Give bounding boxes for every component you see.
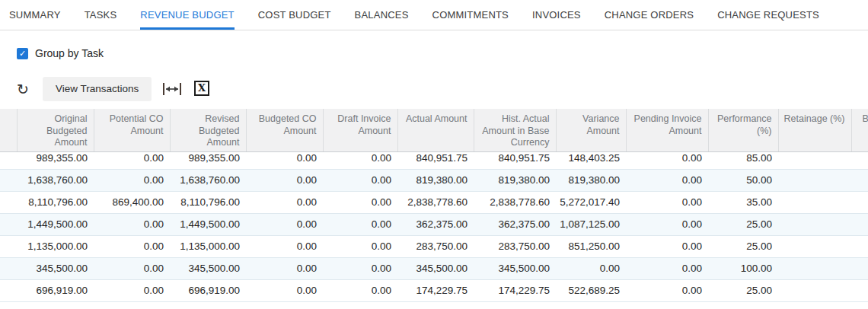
column-header-pending-invoice-amount[interactable]: Pending Invoice Amount — [626, 109, 708, 152]
tab-tasks[interactable]: TASKS — [85, 9, 117, 30]
table-cell: 1,449,500.00 — [170, 213, 246, 235]
table-cell — [778, 257, 851, 279]
table-cell — [851, 213, 868, 235]
tab-cost-budget[interactable]: COST BUDGET — [258, 9, 331, 30]
table-cell: 25.00 — [708, 279, 778, 301]
view-transactions-button[interactable]: View Transactions — [43, 77, 152, 101]
fit-columns-icon-graphic — [162, 81, 182, 97]
table-cell: 148,403.25 — [556, 152, 626, 169]
table-cell: 819,380.00 — [397, 169, 474, 191]
table-cell: 1,135,000.00 — [17, 235, 94, 257]
grid-header: Original Budgeted AmountPotential CO Amo… — [0, 109, 868, 152]
table-row[interactable]: 1,135,000.000.001,135,000.000.000.00283,… — [0, 235, 868, 257]
table-cell: 840,951.75 — [397, 152, 474, 169]
table-cell — [778, 279, 851, 301]
table-row[interactable]: 1,638,760.000.001,638,760.000.000.00819,… — [0, 169, 868, 191]
group-by-task-label: Group by Task — [35, 47, 104, 59]
row-leading-cell — [0, 257, 17, 279]
table-cell: 5,272,017.40 — [556, 191, 626, 213]
table-cell: 0.00 — [626, 257, 708, 279]
tab-bar: SUMMARYTASKSREVENUE BUDGETCOST BUDGETBAL… — [0, 0, 868, 30]
tab-invoices[interactable]: INVOICES — [532, 9, 581, 30]
table-cell: 0.00 — [323, 257, 397, 279]
table-cell: 0.00 — [323, 152, 397, 169]
table-cell: 0.00 — [94, 152, 170, 169]
checkmark-icon: ✓ — [19, 48, 26, 59]
tab-commitments[interactable]: COMMITMENTS — [432, 9, 509, 30]
table-cell: 25.00 — [708, 213, 778, 235]
tab-revenue-budget[interactable]: REVENUE BUDGET — [140, 9, 234, 30]
table-cell: 0.00 — [626, 235, 708, 257]
table-cell: 0.00 — [626, 152, 708, 169]
table-cell: 0.00 — [626, 191, 708, 213]
row-leading-cell — [0, 279, 17, 301]
table-row[interactable]: 1,449,500.000.001,449,500.000.000.00362,… — [0, 213, 868, 235]
table-cell: 1,135,000.00 — [170, 235, 246, 257]
table-cell: 345,500.00 — [170, 257, 246, 279]
table-cell: 283,750.00 — [397, 235, 474, 257]
table-row[interactable]: 696,919.000.00696,919.000.000.00174,229.… — [0, 279, 868, 301]
table-cell: 0.00 — [323, 191, 397, 213]
table-cell: 696,919.00 — [17, 279, 94, 301]
column-header-draft-invoice-amount[interactable]: Draft Invoice Amount — [323, 109, 397, 152]
tab-change-requests[interactable]: CHANGE REQUESTS — [717, 9, 819, 30]
toolbar: ↻ View Transactions X — [0, 76, 868, 104]
table-cell: 50.00 — [708, 169, 778, 191]
table-cell: 0.00 — [323, 235, 397, 257]
column-header-hist-actual-amount-in-base-currency[interactable]: Hist. Actual Amount in Base Currency — [474, 109, 556, 152]
column-header-potential-co-amount[interactable]: Potential CO Amount — [94, 109, 170, 152]
column-header-variance-amount[interactable]: Variance Amount — [556, 109, 626, 152]
tab-summary[interactable]: SUMMARY — [9, 9, 61, 30]
table-cell: 1,087,125.00 — [556, 213, 626, 235]
column-header-retainage[interactable]: Retainage (%) — [778, 109, 851, 152]
column-header-budgeted-co-amount[interactable]: Budgeted CO Amount — [246, 109, 323, 152]
column-header-performance[interactable]: Performance (%) — [708, 109, 778, 152]
table-cell — [851, 191, 868, 213]
table-cell: 0.00 — [323, 169, 397, 191]
table-cell — [778, 152, 851, 169]
table-cell: 0.00 — [94, 169, 170, 191]
table-cell: 0.00 — [94, 213, 170, 235]
row-leading-cell — [0, 152, 17, 169]
table-cell: 25.00 — [708, 235, 778, 257]
table-cell: 35.00 — [708, 191, 778, 213]
grid-body[interactable]: 989,355.000.00989,355.000.000.00840,951.… — [0, 152, 868, 309]
column-header-revised-budgeted-amount[interactable]: Revised Budgeted Amount — [170, 109, 246, 152]
revenue-budget-screen: SUMMARYTASKSREVENUE BUDGETCOST BUDGETBAL… — [0, 0, 868, 309]
tab-balances[interactable]: BALANCES — [355, 9, 409, 30]
column-header-actual-amount[interactable]: Actual Amount — [397, 109, 474, 152]
table-cell: 819,380.00 — [556, 169, 626, 191]
row-leading-cell — [0, 235, 17, 257]
table-cell: 345,500.00 — [397, 257, 474, 279]
row-leading-cell — [0, 191, 17, 213]
table-cell — [778, 191, 851, 213]
table-cell: 851,250.00 — [556, 235, 626, 257]
table-cell: 362,375.00 — [474, 213, 556, 235]
table-cell: 0.00 — [626, 213, 708, 235]
column-header-b[interactable]: B — [851, 109, 868, 152]
table-row[interactable]: 8,110,796.00869,400.008,110,796.000.000.… — [0, 191, 868, 213]
table-cell: 0.00 — [626, 169, 708, 191]
fit-columns-icon[interactable] — [162, 81, 182, 97]
column-header-original-budgeted-amount[interactable]: Original Budgeted Amount — [17, 109, 94, 152]
table-cell: 0.00 — [246, 235, 323, 257]
table-row[interactable]: 989,355.000.00989,355.000.000.00840,951.… — [0, 152, 868, 169]
table-cell: 989,355.00 — [17, 152, 94, 169]
group-by-task-checkbox[interactable]: ✓ — [17, 48, 28, 59]
header-row: Original Budgeted AmountPotential CO Amo… — [0, 109, 868, 152]
table-cell: 0.00 — [323, 279, 397, 301]
export-excel-icon[interactable]: X — [194, 81, 209, 96]
table-row[interactable]: 345,500.000.00345,500.000.000.00345,500.… — [0, 257, 868, 279]
table-cell — [778, 169, 851, 191]
table-cell: 174,229.75 — [397, 279, 474, 301]
table-cell: 283,750.00 — [474, 235, 556, 257]
table-cell: 0.00 — [94, 235, 170, 257]
table-cell: 0.00 — [323, 213, 397, 235]
table-cell: 522,689.25 — [556, 279, 626, 301]
tab-change-orders[interactable]: CHANGE ORDERS — [605, 9, 694, 30]
table-cell — [851, 152, 868, 169]
column-header-empty — [0, 109, 17, 152]
row-leading-cell — [0, 213, 17, 235]
table-cell: 0.00 — [556, 257, 626, 279]
refresh-icon[interactable]: ↻ — [14, 81, 31, 97]
